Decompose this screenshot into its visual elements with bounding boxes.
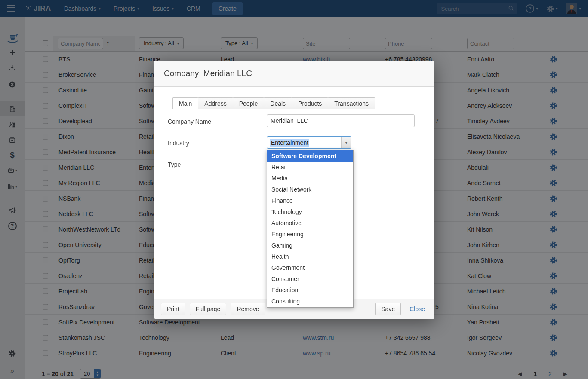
dropdown-option-retail[interactable]: Retail	[267, 162, 353, 173]
type-label: Type	[168, 161, 181, 168]
close-link[interactable]: Close	[407, 305, 428, 313]
crm-companies-page: JIRA Dashboards▾Projects▾Issues▾CRM Crea…	[0, 0, 588, 379]
dropdown-option-gaming[interactable]: Gaming	[267, 240, 353, 251]
full-page-button[interactable]: Full page	[190, 303, 227, 315]
chevron-down-icon: ▾	[341, 137, 351, 148]
industry-selected-value: Entertainment	[270, 139, 309, 147]
dropdown-option-finance[interactable]: Finance	[267, 195, 353, 206]
tab-transactions[interactable]: Transactions	[328, 97, 375, 109]
remove-button[interactable]: Remove	[231, 303, 265, 315]
tab-products[interactable]: Products	[292, 97, 328, 109]
industry-dropdown-list: Software DevelopmentRetailMediaSocial Ne…	[267, 150, 354, 308]
dropdown-option-social-network[interactable]: Social Network	[267, 184, 353, 195]
dropdown-option-software-development[interactable]: Software Development	[267, 150, 353, 162]
industry-select[interactable]: Entertainment ▾	[267, 136, 351, 149]
dropdown-option-health[interactable]: Health	[267, 251, 353, 262]
tab-people[interactable]: People	[233, 97, 265, 109]
dropdown-option-government[interactable]: Government	[267, 262, 353, 273]
dropdown-option-consumer[interactable]: Consumer	[267, 273, 353, 284]
dropdown-option-automotive[interactable]: Automotive	[267, 217, 353, 229]
dropdown-option-education[interactable]: Education	[267, 284, 353, 296]
print-button[interactable]: Print	[161, 303, 185, 315]
dropdown-option-technology[interactable]: Technology	[267, 206, 353, 217]
dialog-title: Company: Meridian LLC	[164, 69, 252, 78]
company-dialog: Company: Meridian LLC MainAddressPeopleD…	[154, 61, 434, 319]
dropdown-option-media[interactable]: Media	[267, 173, 353, 184]
tab-deals[interactable]: Deals	[264, 97, 292, 109]
industry-label: Industry	[168, 140, 189, 147]
dialog-tabs: MainAddressPeopleDealsProductsTransactio…	[163, 97, 425, 109]
save-button[interactable]: Save	[375, 303, 401, 315]
dropdown-option-engineering[interactable]: Engineering	[267, 229, 353, 240]
company-name-field[interactable]	[267, 114, 415, 127]
tab-address[interactable]: Address	[198, 97, 233, 109]
dialog-header: Company: Meridian LLC	[154, 61, 434, 87]
tab-main[interactable]: Main	[172, 97, 198, 109]
dropdown-option-consulting[interactable]: Consulting	[267, 296, 353, 307]
dialog-body: MainAddressPeopleDealsProductsTransactio…	[154, 87, 434, 299]
company-name-label: Company Name	[168, 118, 211, 125]
